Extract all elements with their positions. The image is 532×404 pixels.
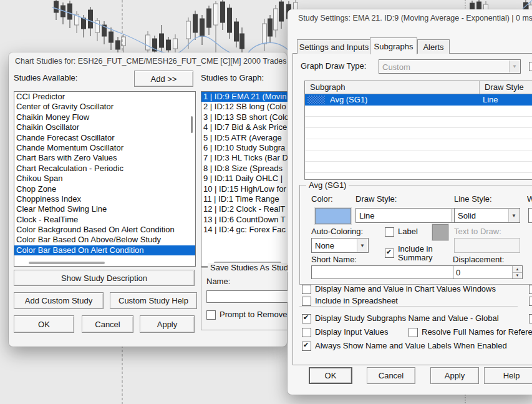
separator xyxy=(299,306,518,307)
show-study-description-button[interactable]: Show Study Description xyxy=(14,270,195,286)
line-style-select[interactable]: Solid ▼ xyxy=(454,208,520,223)
list-item[interactable]: Chikou Span xyxy=(14,174,195,184)
save-name-label: Name: xyxy=(206,277,230,286)
chevron-down-icon: ▼ xyxy=(357,239,367,252)
avg-sg1-group: Avg (SG1) Color: Draw Style: Line ▼ Line… xyxy=(299,185,532,285)
add-button[interactable]: Add >> xyxy=(134,71,193,87)
studies-available-label: Studies Available: xyxy=(14,73,77,82)
checkbox-box xyxy=(385,227,394,237)
display-input-values-checkbox[interactable]: Display Input Values xyxy=(302,328,389,337)
custom-study-help-button[interactable]: Custom Study Help xyxy=(110,292,197,309)
chart-studies-title-bar[interactable]: Chart Studies for: ESH26_FUT_CME/MESH26_… xyxy=(15,57,297,66)
checkbox-box xyxy=(302,314,311,323)
tab-alerts[interactable]: Alerts xyxy=(417,39,450,54)
studies-available-listbox[interactable]: CCI PredictorCenter of Gravity Oscillato… xyxy=(14,91,196,267)
help-button[interactable]: Help xyxy=(484,367,532,384)
text-to-draw-input[interactable] xyxy=(454,238,520,253)
display-name-value-checkbox[interactable]: Display Name and Value in Chart Values W… xyxy=(302,285,496,294)
partial-checkbox[interactable] xyxy=(529,297,532,306)
auto-coloring-select[interactable]: None ▼ xyxy=(311,238,369,253)
spinner-up-icon[interactable]: ▲ xyxy=(513,266,522,273)
chevron-down-icon: ▼ xyxy=(508,209,519,222)
horizontal-scrollbar-thumb[interactable] xyxy=(29,262,105,264)
short-name-label: Short Name: xyxy=(311,255,357,264)
label-checkbox[interactable]: Label xyxy=(385,227,418,237)
table-row-empty[interactable] xyxy=(305,128,532,139)
checkbox-box xyxy=(385,249,394,258)
auto-coloring-label: Auto-Coloring: xyxy=(311,227,363,236)
partial-checkbox[interactable] xyxy=(529,62,532,71)
save-studies-group: Save Studies As Stud Name: Prompt to Rem… xyxy=(201,267,302,330)
color-swatch[interactable] xyxy=(315,208,351,224)
list-item[interactable]: Chande Momentum Oscillator xyxy=(14,143,195,153)
checkbox-box xyxy=(302,297,311,306)
list-item[interactable]: Center of Gravity Oscillator xyxy=(14,102,195,112)
include-in-summary-checkbox[interactable]: Include in Summary xyxy=(385,245,450,262)
spinner-down-icon[interactable]: ▼ xyxy=(513,273,522,279)
add-custom-study-button[interactable]: Add Custom Study xyxy=(14,292,104,309)
list-item[interactable]: Chande Forecast Oscillator xyxy=(14,133,195,143)
graph-draw-type-label: Graph Draw Type: xyxy=(301,61,366,71)
study-settings-title-bar[interactable]: Study Settings: EMA 21. ID:9 (Moving Ave… xyxy=(298,14,532,22)
list-item[interactable]: Color Bar Based On Above/Below Study xyxy=(14,235,195,245)
table-row-empty[interactable] xyxy=(305,162,532,173)
checkbox-box xyxy=(206,310,216,320)
checkbox-box xyxy=(529,62,532,71)
displacement-label: Displacement: xyxy=(453,255,504,264)
apply-button[interactable]: Apply xyxy=(140,315,195,333)
draw-style-label: Draw Style: xyxy=(355,194,397,204)
cancel-button[interactable]: Cancel xyxy=(367,367,415,384)
checkbox-box xyxy=(529,314,532,323)
vertical-scrollbar-thumb[interactable] xyxy=(191,116,193,133)
list-item[interactable]: CCI Predictor xyxy=(14,92,195,102)
list-item[interactable]: Clear Method Swing Line xyxy=(14,204,195,214)
resolve-full-names-checkbox[interactable]: Resolve Full Names for Refere xyxy=(409,328,532,337)
table-row-empty[interactable] xyxy=(305,150,532,162)
studies-to-graph-label: Studies to Graph: xyxy=(201,73,264,82)
column-header-draw-style: Draw Style xyxy=(480,81,532,94)
partial-checkbox[interactable] xyxy=(529,285,532,294)
save-name-input[interactable] xyxy=(206,290,296,303)
checkbox-box xyxy=(529,297,532,306)
include-in-spreadsheet-checkbox[interactable]: Include in Spreadsheet xyxy=(302,297,398,306)
width-select[interactable] xyxy=(528,208,532,223)
table-row-empty[interactable] xyxy=(305,173,532,180)
tab-settings-and-inputs[interactable]: Settings and Inputs xyxy=(297,39,371,54)
checkbox-box xyxy=(302,328,311,337)
ok-button[interactable]: OK xyxy=(14,315,74,333)
list-item[interactable]: Color Background Based On Alert Conditio… xyxy=(14,225,195,235)
save-studies-group-label: Save Studies As Stud xyxy=(208,263,291,272)
always-show-labels-checkbox[interactable]: Always Show Name and Value Labels When E… xyxy=(302,342,507,351)
study-settings-dialog: Study Settings: EMA 21. ID:9 (Moving Ave… xyxy=(288,9,532,395)
checkbox-box xyxy=(409,328,418,337)
tab-subgraphs[interactable]: Subgraphs xyxy=(370,37,417,54)
list-item[interactable]: Color Bar Based On Alert Condition xyxy=(14,245,195,255)
list-item[interactable]: Chaikin Money Flow xyxy=(14,112,195,122)
checkbox-box xyxy=(302,342,311,351)
graph-draw-type-select[interactable]: Custom ▼ xyxy=(379,59,521,74)
chart-studies-dialog: Chart Studies for: ESH26_FUT_CME/MESH26_… xyxy=(9,52,287,347)
label-color-swatch[interactable] xyxy=(432,224,448,240)
table-row-empty[interactable] xyxy=(305,117,532,128)
display-study-subgraphs-global-checkbox[interactable]: Display Study Subgraphs Name and Value -… xyxy=(302,314,499,323)
list-item[interactable]: Chaikin Oscillator xyxy=(14,122,195,132)
ok-button[interactable]: OK xyxy=(309,367,352,384)
chevron-down-icon: ▼ xyxy=(509,61,520,72)
apply-button[interactable]: Apply xyxy=(430,367,479,384)
draw-style-select[interactable]: Line ▼ xyxy=(355,208,463,223)
displacement-stepper[interactable]: 0 ▲ ▼ xyxy=(453,265,523,279)
list-item[interactable]: Chart Recalculation - Periodic xyxy=(14,164,195,174)
partial-checkbox[interactable] xyxy=(529,314,532,323)
color-label: Color: xyxy=(311,194,333,204)
list-item[interactable]: Clock - RealTime xyxy=(14,215,195,225)
table-row-empty[interactable] xyxy=(305,106,532,117)
list-item[interactable]: Choppiness Index xyxy=(14,194,195,204)
short-name-input[interactable] xyxy=(311,265,463,279)
list-item[interactable]: Chart Bars with Zero Values xyxy=(14,153,195,163)
table-row[interactable]: Avg (SG1)Line xyxy=(305,94,532,106)
prompt-to-remove-checkbox[interactable]: Prompt to Remove xyxy=(206,310,287,320)
table-row-empty[interactable] xyxy=(305,139,532,150)
cancel-button[interactable]: Cancel xyxy=(82,315,133,333)
width-label: W xyxy=(527,194,532,204)
list-item[interactable]: Chop Zone xyxy=(14,184,195,194)
